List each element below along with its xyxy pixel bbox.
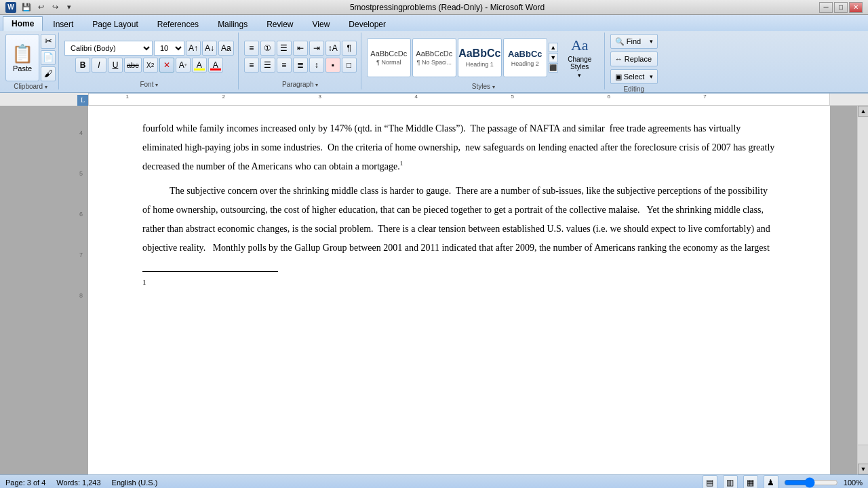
bullets-button[interactable]: ≡ [244, 41, 259, 56]
paragraph-group-content: ≡ ① ☰ ⇤ ⇥ ↕A ¶ ≡ ☰ ≡ ≣ ↕ ▪ □ [244, 34, 357, 79]
customize-quick-btn[interactable]: ▾ [63, 1, 75, 14]
clipboard-label: Clipboard ▾ [14, 81, 47, 90]
scroll-track[interactable] [858, 144, 868, 445]
style-no-spacing[interactable]: AaBbCcDc ¶ No Spaci... [412, 38, 456, 77]
minimize-button[interactable]: ─ [819, 2, 833, 13]
change-styles-label: ChangeStyles [568, 56, 591, 70]
shading-button[interactable]: ▪ [326, 58, 340, 73]
undo-quick-btn[interactable]: ↩ [35, 1, 47, 14]
style-heading2[interactable]: AaBbCc Heading 2 [503, 38, 547, 77]
scroll-thumb[interactable] [858, 117, 868, 144]
change-styles-chevron: ▾ [578, 72, 581, 79]
close-button[interactable]: ✕ [849, 2, 863, 13]
select-chevron: ▾ [650, 73, 653, 80]
tab-insert[interactable]: Insert [44, 16, 82, 31]
style-heading1-preview: AaBbCc [458, 47, 500, 60]
document-area: 4 5 6 7 8 fourfold while family incomes … [0, 106, 868, 474]
document-page: fourfold while family incomes increased … [88, 106, 830, 474]
font-size-select[interactable]: 10 [154, 41, 184, 56]
sort-button[interactable]: ↕A [326, 41, 340, 56]
tab-developer[interactable]: Developer [340, 16, 395, 31]
shrink-font-button[interactable]: A↓ [202, 41, 217, 56]
tab-review[interactable]: Review [258, 16, 302, 31]
zoom-slider[interactable] [784, 478, 838, 487]
word-icon: W [5, 2, 16, 13]
font-format-row: B I U abc X2 ✕ A▾ A A [75, 58, 223, 73]
decrease-indent-button[interactable]: ⇤ [293, 41, 308, 56]
align-left-button[interactable]: ≡ [244, 58, 259, 73]
view-web-button[interactable]: ▦ [743, 475, 758, 489]
styles-scroll-up[interactable]: ▲ [549, 43, 558, 52]
find-chevron: ▾ [650, 38, 653, 45]
multilevel-button[interactable]: ☰ [277, 41, 292, 56]
grow-font-button[interactable]: A↑ [186, 41, 201, 56]
styles-expand[interactable]: ⬛ [549, 63, 558, 73]
font-group-content: Calibri (Body) 10 A↑ A↓ Aa B I U abc X2 … [64, 34, 234, 79]
view-outline-button[interactable]: ♟ [764, 475, 778, 489]
tab-mailings[interactable]: Mailings [209, 16, 256, 31]
save-quick-btn[interactable]: 💾 [20, 1, 33, 14]
title-bar-left: W 💾 ↩ ↪ ▾ [5, 1, 75, 14]
align-right-button[interactable]: ≡ [277, 58, 292, 73]
margin-num-8: 8 [79, 275, 83, 316]
style-no-spacing-label: ¶ No Spaci... [417, 59, 452, 66]
tab-view[interactable]: View [304, 16, 339, 31]
font-color-button[interactable]: A [208, 58, 223, 73]
change-styles-button[interactable]: Aa ChangeStyles ▾ [559, 34, 600, 81]
ruler: L 1 2 3 4 5 6 7 [0, 94, 868, 106]
style-heading2-preview: AaBbCc [508, 49, 542, 59]
select-label: Select [624, 73, 645, 81]
clipboard-group: 📋 Paste ✂ 📄 🖌 Clipboard ▾ [3, 33, 59, 89]
vertical-scrollbar: ▲ ▼ [857, 106, 868, 474]
find-label: Find [627, 37, 641, 45]
justify-button[interactable]: ≣ [293, 58, 308, 73]
find-button[interactable]: 🔍 Find ▾ [610, 34, 658, 49]
select-button[interactable]: ▣ Select ▾ [610, 69, 658, 84]
margin-num-4: 4 [79, 113, 83, 153]
style-normal[interactable]: AaBbCcDc ¶ Normal [367, 38, 411, 77]
show-marks-button[interactable]: ¶ [342, 41, 357, 56]
format-painter-button[interactable]: 🖌 [41, 66, 56, 81]
highlight-color-button[interactable]: A [192, 58, 207, 73]
tab-page-layout[interactable]: Page Layout [83, 16, 146, 31]
paragraph-row1: ≡ ① ☰ ⇤ ⇥ ↕A ¶ [244, 41, 357, 56]
strikethrough-button[interactable]: abc [124, 58, 142, 73]
underline-button[interactable]: U [108, 58, 123, 73]
subscript-button[interactable]: X2 [143, 58, 158, 73]
ruler-main: 1 2 3 4 5 6 7 [88, 94, 830, 105]
tab-references[interactable]: References [149, 16, 208, 31]
view-print-button[interactable]: ▤ [703, 475, 717, 489]
quick-access-toolbar: 💾 ↩ ↪ ▾ [20, 1, 75, 14]
restore-button[interactable]: □ [834, 2, 848, 13]
scroll-down-button[interactable]: ▼ [858, 464, 868, 474]
status-bar: Page: 3 of 4 Words: 1,243 English (U.S.)… [0, 474, 868, 488]
change-styles-icon: Aa [571, 37, 589, 54]
replace-button[interactable]: ↔ Replace [610, 52, 658, 66]
align-center-button[interactable]: ☰ [260, 58, 275, 73]
cut-button[interactable]: ✂ [41, 34, 56, 49]
tab-home[interactable]: Home [3, 16, 43, 31]
style-normal-label: ¶ Normal [376, 59, 401, 66]
styles-scroll-down[interactable]: ▼ [549, 53, 558, 62]
paste-button[interactable]: 📋 Paste [5, 34, 39, 81]
text-effects-button[interactable]: A▾ [176, 58, 191, 73]
borders-button[interactable]: □ [342, 58, 357, 73]
right-margin [830, 106, 857, 474]
style-heading2-label: Heading 2 [511, 60, 539, 67]
line-spacing-button[interactable]: ↕ [309, 58, 324, 73]
increase-indent-button[interactable]: ⇥ [309, 41, 324, 56]
clear-format-button[interactable]: Aa [218, 41, 234, 56]
numbering-button[interactable]: ① [260, 41, 275, 56]
scroll-up-button[interactable]: ▲ [858, 106, 868, 117]
copy-button[interactable]: 📄 [41, 50, 56, 65]
italic-button[interactable]: I [92, 58, 106, 73]
redo-quick-btn[interactable]: ↪ [49, 1, 61, 14]
paste-label: Paste [13, 64, 32, 73]
view-fullscreen-button[interactable]: ▥ [723, 475, 738, 489]
bold-button[interactable]: B [75, 58, 90, 73]
document-text: fourfold while family incomes increased … [142, 119, 776, 289]
word-icon-letter: W [7, 3, 14, 11]
font-name-select[interactable]: Calibri (Body) [64, 41, 153, 56]
style-heading1[interactable]: AaBbCc Heading 1 [458, 38, 502, 77]
cross-button[interactable]: ✕ [159, 58, 174, 73]
